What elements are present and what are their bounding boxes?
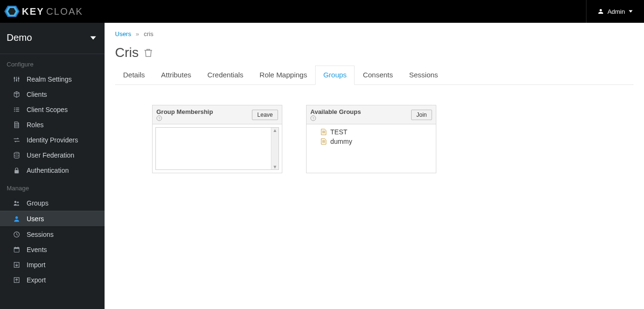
- panel-header: Available Groups ? Join: [307, 105, 436, 124]
- brand-text-bold: KEY: [22, 6, 44, 17]
- tab-label: Sessions: [409, 71, 438, 79]
- file-icon: [13, 122, 20, 128]
- available-groups-panel: Available Groups ? Join TEST dummy: [306, 105, 436, 173]
- calendar-icon: [13, 246, 20, 253]
- scrollbar[interactable]: ▲ ▼: [271, 128, 279, 169]
- sidebar-item-sessions[interactable]: Sessions: [0, 227, 105, 242]
- list-icon: [13, 106, 20, 113]
- tab-label: Consents: [363, 71, 393, 79]
- tab-sessions[interactable]: Sessions: [401, 66, 446, 85]
- sidebar-item-users[interactable]: Users: [0, 211, 105, 227]
- sidebar-item-clients[interactable]: Clients: [0, 87, 105, 102]
- trash-icon: [144, 48, 152, 57]
- user-icon: [13, 215, 20, 222]
- svg-rect-5: [19, 77, 19, 82]
- help-icon[interactable]: ?: [310, 115, 363, 121]
- svg-point-18: [17, 202, 19, 204]
- file-icon: [321, 129, 327, 135]
- delete-button[interactable]: [144, 48, 152, 57]
- keycloak-logo-icon: [4, 5, 20, 18]
- sidebar: Demo Configure Realm Settings Clients Cl…: [0, 23, 105, 309]
- exchange-icon: [13, 137, 20, 143]
- realm-selector[interactable]: Demo: [0, 23, 105, 54]
- tab-label: Role Mappings: [260, 71, 307, 79]
- svg-point-8: [18, 78, 19, 79]
- tab-credentials[interactable]: Credentials: [199, 66, 251, 85]
- sidebar-item-label: Client Scopes: [27, 106, 67, 113]
- svg-point-11: [14, 109, 15, 110]
- brand-text-light: CLOAK: [46, 6, 83, 17]
- join-button[interactable]: Join: [411, 110, 432, 120]
- chevron-down-icon: [90, 36, 96, 40]
- sidebar-item-export[interactable]: Export: [0, 272, 105, 288]
- chevron-down-icon: [629, 9, 633, 13]
- realm-name: Demo: [7, 32, 32, 43]
- clock-icon: [13, 231, 20, 238]
- import-icon: [13, 262, 20, 268]
- svg-point-19: [15, 216, 18, 219]
- breadcrumb-current: cris: [144, 30, 153, 37]
- users-icon: [13, 200, 20, 206]
- tab-details[interactable]: Details: [115, 66, 153, 85]
- sidebar-item-label: Users: [27, 215, 44, 223]
- svg-rect-10: [16, 108, 19, 108]
- panel-title: Available Groups: [310, 108, 361, 115]
- breadcrumb-separator: »: [136, 30, 139, 37]
- tabs: Details Attributes Credentials Role Mapp…: [115, 65, 634, 85]
- sidebar-item-import[interactable]: Import: [0, 257, 105, 272]
- group-tree-item[interactable]: dummy: [309, 137, 433, 146]
- sidebar-item-client-scopes[interactable]: Client Scopes: [0, 102, 105, 117]
- sliders-icon: [13, 76, 20, 83]
- sidebar-item-events[interactable]: Events: [0, 242, 105, 257]
- sidebar-item-label: Import: [27, 261, 46, 269]
- group-membership-panel: Group Membership ? Leave ▲ ▼: [152, 105, 282, 173]
- sidebar-item-label: Events: [27, 246, 47, 253]
- sidebar-item-label: User Federation: [27, 151, 74, 159]
- breadcrumb-parent[interactable]: Users: [115, 30, 131, 37]
- brand-logo[interactable]: KEYCLOAK: [4, 5, 83, 18]
- sidebar-item-label: Clients: [27, 91, 47, 98]
- group-tree-item[interactable]: TEST: [309, 127, 433, 137]
- file-icon: [321, 138, 327, 145]
- group-label: dummy: [330, 138, 352, 145]
- svg-rect-14: [16, 111, 19, 112]
- tab-consents[interactable]: Consents: [355, 66, 401, 85]
- sidebar-item-user-federation[interactable]: User Federation: [0, 148, 105, 163]
- help-icon[interactable]: ?: [156, 115, 215, 121]
- svg-point-13: [14, 111, 15, 112]
- tab-label: Groups: [323, 71, 346, 79]
- sidebar-item-label: Authentication: [27, 167, 69, 174]
- svg-point-7: [16, 79, 17, 81]
- tab-attributes[interactable]: Attributes: [153, 66, 199, 85]
- sidebar-item-label: Groups: [27, 199, 48, 207]
- section-manage-title: Manage: [0, 178, 105, 196]
- tab-label: Credentials: [207, 71, 243, 79]
- sidebar-item-label: Sessions: [27, 231, 54, 238]
- sidebar-item-label: Roles: [27, 121, 44, 129]
- tab-groups[interactable]: Groups: [315, 66, 355, 85]
- svg-text:?: ?: [158, 116, 160, 121]
- svg-point-9: [14, 107, 15, 108]
- svg-rect-22: [14, 248, 19, 249]
- sidebar-item-authentication[interactable]: Authentication: [0, 163, 105, 178]
- database-icon: [13, 152, 20, 159]
- tab-role-mappings[interactable]: Role Mappings: [251, 66, 315, 85]
- main-content: Users » cris Cris Details Attributes Cre…: [105, 23, 644, 309]
- available-groups-list: TEST dummy: [307, 124, 436, 167]
- page-title: Cris: [105, 41, 644, 65]
- leave-button[interactable]: Leave: [252, 110, 278, 120]
- sidebar-item-roles[interactable]: Roles: [0, 117, 105, 132]
- breadcrumb: Users » cris: [105, 23, 644, 41]
- svg-rect-4: [16, 77, 17, 82]
- export-icon: [13, 277, 20, 283]
- user-menu[interactable]: Admin: [586, 0, 644, 23]
- svg-rect-16: [15, 170, 19, 173]
- svg-rect-12: [16, 109, 19, 110]
- sidebar-item-identity-providers[interactable]: Identity Providers: [0, 132, 105, 148]
- topbar: KEYCLOAK Admin: [0, 0, 644, 23]
- sidebar-item-label: Realm Settings: [27, 75, 72, 83]
- membership-listbox[interactable]: ▲ ▼: [155, 127, 279, 170]
- sidebar-item-groups[interactable]: Groups: [0, 196, 105, 211]
- sidebar-item-realm-settings[interactable]: Realm Settings: [0, 72, 105, 87]
- sidebar-item-label: Export: [27, 276, 46, 284]
